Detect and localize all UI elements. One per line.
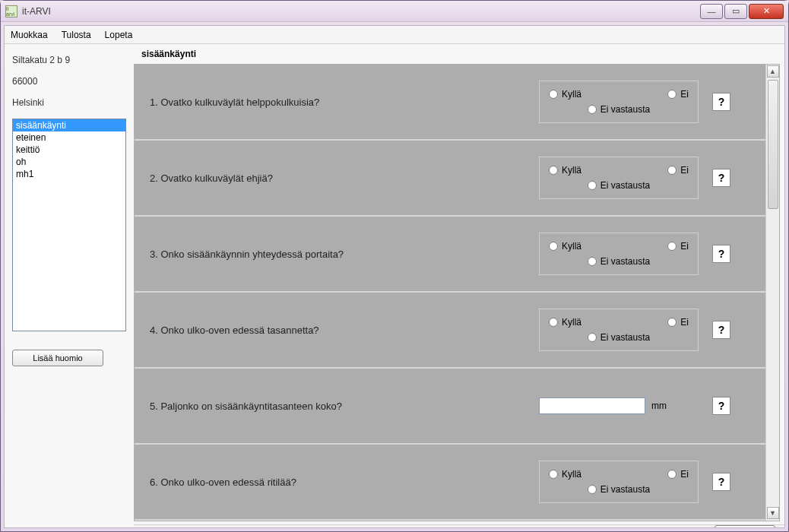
radio-option-no[interactable]: Ei: [667, 89, 689, 100]
unit-label: mm: [651, 401, 667, 411]
radio-yes[interactable]: [549, 470, 558, 479]
app-window: it arvi it-ARVI — ▭ ✕ Muokkaa Tulosta Lo…: [0, 0, 789, 532]
question-scroll-area: 1. Ovatko kulkuväylät helppokulkuisia? K…: [134, 64, 780, 521]
radio-noanswer[interactable]: [588, 333, 597, 342]
content-area: Muokkaa Tulosta Lopeta Siltakatu 2 b 9 6…: [4, 25, 785, 528]
radio-no[interactable]: [667, 90, 677, 99]
question-row: 3. Onko sisäänkäynnin yhteydessä portait…: [135, 217, 765, 293]
window-title: it-ARVI: [22, 6, 700, 17]
answer-radio-group: Kyllä Ei Ei vastausta: [539, 157, 699, 199]
measure-input[interactable]: [539, 397, 645, 414]
app-icon: it arvi: [5, 5, 17, 17]
radio-yes[interactable]: [549, 242, 558, 251]
question-row: 1. Ovatko kulkuväylät helppokulkuisia? K…: [135, 65, 765, 141]
radio-noanswer-label: Ei vastausta: [600, 104, 650, 115]
room-list-item[interactable]: eteinen: [13, 131, 125, 144]
section-title: sisäänkäynti: [134, 44, 784, 64]
question-row: 4. Onko ulko-oven edessä tasannetta? Kyl…: [135, 293, 765, 369]
radio-no-label: Ei: [680, 241, 689, 252]
help-button[interactable]: ?: [712, 169, 730, 187]
question-row: 6. Onko ulko-oven edessä ritilää? Kyllä …: [135, 445, 765, 521]
room-listbox[interactable]: sisäänkäyntieteinenkeittiöohmh1: [12, 119, 126, 331]
radio-yes-label: Kyllä: [562, 165, 581, 176]
answer-radio-group: Kyllä Ei Ei vastausta: [539, 309, 699, 351]
address-line-2: 66000: [12, 76, 126, 87]
menu-edit[interactable]: Muokkaa: [11, 30, 48, 40]
maximize-button[interactable]: ▭: [724, 4, 747, 19]
radio-option-no[interactable]: Ei: [667, 469, 689, 480]
answer-radio-group: Kyllä Ei Ei vastausta: [539, 233, 699, 275]
room-list-item[interactable]: keittiö: [13, 144, 125, 156]
radio-option-yes[interactable]: Kyllä: [549, 469, 581, 480]
radio-yes[interactable]: [549, 166, 558, 175]
room-list-item[interactable]: sisäänkäynti: [13, 119, 125, 131]
add-note-button[interactable]: Lisää huomio: [12, 350, 103, 366]
radio-noanswer[interactable]: [588, 485, 597, 494]
radio-no-label: Ei: [680, 469, 689, 480]
radio-option-yes[interactable]: Kyllä: [549, 89, 581, 100]
scroll-thumb[interactable]: [768, 80, 778, 209]
radio-noanswer-label: Ei vastausta: [600, 256, 650, 267]
help-button[interactable]: ?: [712, 245, 730, 263]
radio-option-noanswer[interactable]: Ei vastausta: [588, 256, 650, 267]
room-list-item[interactable]: mh1: [13, 168, 125, 180]
radio-option-noanswer[interactable]: Ei vastausta: [588, 484, 650, 495]
answer-input-group: mm: [539, 397, 699, 414]
radio-option-yes[interactable]: Kyllä: [549, 241, 581, 252]
main-panel: sisäänkäynti 1. Ovatko kulkuväylät helpp…: [134, 44, 784, 527]
done-button[interactable]: Valmis: [715, 525, 775, 527]
radio-no[interactable]: [667, 166, 677, 175]
scroll-up-icon[interactable]: ▲: [767, 65, 779, 78]
question-list: 1. Ovatko kulkuväylät helppokulkuisia? K…: [135, 65, 765, 521]
radio-no[interactable]: [667, 318, 677, 327]
minimize-button[interactable]: —: [700, 4, 723, 19]
radio-noanswer[interactable]: [588, 181, 597, 190]
radio-option-no[interactable]: Ei: [667, 317, 689, 328]
question-row: 5. Paljonko on sisäänkäyntitasanteen kok…: [135, 369, 765, 445]
menu-quit[interactable]: Lopeta: [105, 30, 133, 40]
menubar: Muokkaa Tulosta Lopeta: [5, 26, 784, 44]
footer-bar: Valmis: [134, 524, 784, 527]
address-line-3: Helsinki: [12, 97, 126, 108]
radio-noanswer[interactable]: [588, 105, 597, 114]
radio-option-no[interactable]: Ei: [667, 241, 689, 252]
sidebar: Siltakatu 2 b 9 66000 Helsinki sisäänkäy…: [5, 44, 134, 527]
radio-option-noanswer[interactable]: Ei vastausta: [588, 180, 650, 191]
question-text: 2. Ovatko kulkuväylät ehjiä?: [150, 173, 525, 184]
radio-no-label: Ei: [680, 165, 689, 176]
answer-radio-group: Kyllä Ei Ei vastausta: [539, 461, 699, 503]
radio-noanswer[interactable]: [588, 257, 597, 266]
radio-no[interactable]: [667, 242, 677, 251]
room-list-item[interactable]: oh: [13, 156, 125, 168]
help-button[interactable]: ?: [712, 93, 730, 111]
question-text: 4. Onko ulko-oven edessä tasannetta?: [150, 325, 525, 336]
radio-no-label: Ei: [680, 317, 689, 328]
help-button[interactable]: ?: [712, 397, 730, 415]
help-button[interactable]: ?: [712, 321, 730, 339]
vertical-scrollbar[interactable]: ▲ ▼: [765, 65, 779, 521]
radio-yes-label: Kyllä: [562, 241, 581, 252]
radio-yes[interactable]: [549, 318, 558, 327]
radio-option-yes[interactable]: Kyllä: [549, 317, 581, 328]
radio-no[interactable]: [667, 470, 677, 479]
radio-option-noanswer[interactable]: Ei vastausta: [588, 332, 650, 343]
radio-option-no[interactable]: Ei: [667, 165, 689, 176]
radio-yes[interactable]: [549, 90, 558, 99]
address-line-1: Siltakatu 2 b 9: [12, 55, 126, 65]
radio-option-noanswer[interactable]: Ei vastausta: [588, 104, 650, 115]
titlebar: it arvi it-ARVI — ▭ ✕: [1, 1, 788, 22]
question-text: 6. Onko ulko-oven edessä ritilää?: [150, 477, 525, 488]
radio-noanswer-label: Ei vastausta: [600, 180, 650, 191]
answer-radio-group: Kyllä Ei Ei vastausta: [539, 81, 699, 123]
help-button[interactable]: ?: [712, 473, 730, 491]
radio-noanswer-label: Ei vastausta: [600, 484, 650, 495]
radio-option-yes[interactable]: Kyllä: [549, 165, 581, 176]
menu-print[interactable]: Tulosta: [62, 30, 91, 40]
question-text: 1. Ovatko kulkuväylät helppokulkuisia?: [150, 97, 525, 108]
radio-yes-label: Kyllä: [562, 469, 581, 480]
close-button[interactable]: ✕: [749, 4, 784, 19]
scroll-down-icon[interactable]: ▼: [767, 507, 779, 519]
radio-yes-label: Kyllä: [562, 317, 581, 328]
radio-noanswer-label: Ei vastausta: [600, 332, 650, 343]
window-controls: — ▭ ✕: [700, 4, 784, 19]
